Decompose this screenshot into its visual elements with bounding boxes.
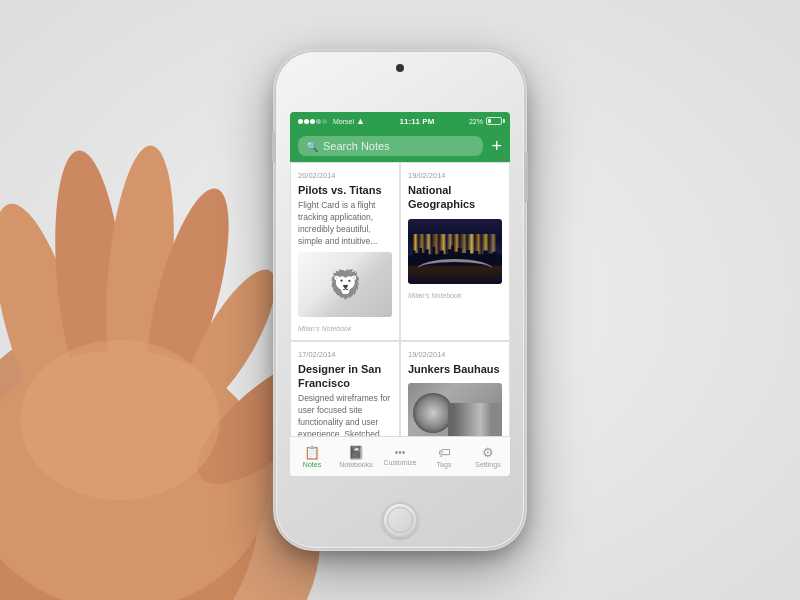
tab-tags[interactable]: 🏷 Tags — [422, 445, 466, 468]
battery-percent: 22% — [469, 118, 483, 125]
status-time: 11:11 PM — [400, 117, 435, 126]
junkers-image — [408, 383, 502, 436]
scene: Morsel ▲ 11:11 PM 22% 🔍 Search Notes + — [0, 0, 800, 600]
tags-tab-icon: 🏷 — [438, 445, 451, 460]
status-bar: Morsel ▲ 11:11 PM 22% — [290, 112, 510, 130]
search-icon: 🔍 — [306, 141, 318, 152]
note-excerpt: Designed wireframes for user focused sit… — [298, 393, 392, 436]
note-title: Junkers Bauhaus — [408, 362, 502, 376]
battery-fill — [488, 119, 491, 123]
note-image-junkers — [408, 383, 502, 436]
status-right: 22% — [469, 117, 502, 125]
notes-list: 20/02/2014 Pilots vs. Titans Flight Card… — [290, 162, 510, 436]
note-card-pilots-vs-titans[interactable]: 20/02/2014 Pilots vs. Titans Flight Card… — [290, 162, 400, 341]
city-bridge — [417, 259, 492, 279]
tab-tags-label: Tags — [437, 461, 452, 468]
phone-screen: Morsel ▲ 11:11 PM 22% 🔍 Search Notes + — [290, 112, 510, 476]
battery-icon — [486, 117, 502, 125]
tab-settings[interactable]: ⚙ Settings — [466, 445, 510, 468]
note-title: Pilots vs. Titans — [298, 183, 392, 197]
notebooks-tab-icon: 📓 — [348, 445, 364, 460]
note-notebook: Milan's Notebook — [298, 325, 392, 332]
add-note-button[interactable]: + — [491, 137, 502, 155]
tab-notes[interactable]: 📋 Notes — [290, 445, 334, 468]
carrier-label: Morsel — [333, 118, 354, 125]
note-title: National Geographics — [408, 183, 502, 212]
note-date: 19/02/2014 — [408, 350, 502, 359]
note-excerpt: Flight Card is a flight tracking applica… — [298, 200, 392, 248]
home-button[interactable] — [382, 502, 418, 538]
note-card-designer-sf[interactable]: 17/02/2014 Designer in San Francisco Des… — [290, 341, 400, 436]
note-card-national-geographics[interactable]: 19/02/2014 National Geographics Milan's … — [400, 162, 510, 341]
tab-notebooks-label: Notebooks — [339, 461, 372, 468]
phone-camera — [396, 64, 404, 72]
tab-bar: 📋 Notes 📓 Notebooks ••• Customize 🏷 Tags… — [290, 436, 510, 476]
city-image — [408, 219, 502, 284]
notes-tab-icon: 📋 — [304, 445, 320, 460]
tab-notes-label: Notes — [303, 461, 321, 468]
note-card-junkers-bauhaus[interactable]: 19/02/2014 Junkers Bauhaus — [400, 341, 510, 436]
lion-image — [298, 252, 392, 317]
search-bar: 🔍 Search Notes + — [290, 130, 510, 162]
phone-shell: Morsel ▲ 11:11 PM 22% 🔍 Search Notes + — [276, 52, 524, 548]
search-input-area[interactable]: 🔍 Search Notes — [298, 136, 483, 156]
search-placeholder: Search Notes — [323, 140, 390, 152]
tab-customize-label: Customize — [383, 459, 416, 466]
note-title: Designer in San Francisco — [298, 362, 392, 391]
tab-customize[interactable]: ••• Customize — [378, 447, 422, 466]
customize-tab-icon: ••• — [395, 447, 406, 458]
note-date: 19/02/2014 — [408, 171, 502, 180]
signal-indicator — [298, 117, 328, 126]
home-button-inner — [387, 507, 413, 533]
note-image-city — [408, 219, 502, 284]
status-left: Morsel ▲ — [298, 116, 365, 126]
svg-point-9 — [20, 340, 220, 500]
wifi-icon: ▲ — [356, 116, 365, 126]
note-notebook: Milan's Notebook — [408, 292, 502, 299]
note-date: 17/02/2014 — [298, 350, 392, 359]
note-image-lion — [298, 252, 392, 317]
note-date: 20/02/2014 — [298, 171, 392, 180]
tab-settings-label: Settings — [475, 461, 500, 468]
settings-tab-icon: ⚙ — [482, 445, 494, 460]
tab-notebooks[interactable]: 📓 Notebooks — [334, 445, 378, 468]
